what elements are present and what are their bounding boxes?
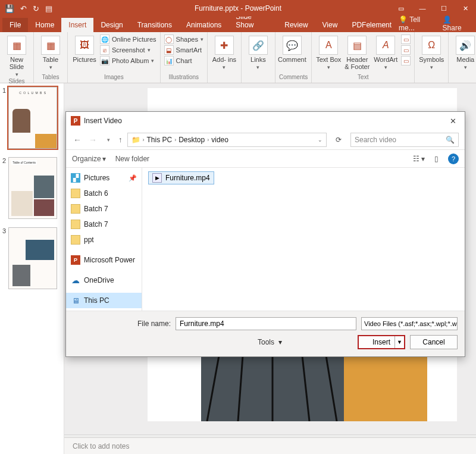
maximize-icon[interactable]: ☐: [433, 0, 455, 17]
title-bar: 💾 ↶ ↻ ▤ Furniture.pptx - PowerPoint ▭ — …: [0, 0, 476, 17]
video-file-icon: ▶: [152, 173, 162, 183]
ribbon-options-icon[interactable]: ▭: [390, 0, 412, 17]
window-title: Furniture.pptx - PowerPoint: [195, 4, 281, 12]
search-input[interactable]: Search video 🔍: [350, 133, 459, 147]
header-footer-button[interactable]: ▤Header & Footer: [344, 35, 370, 70]
tools-button[interactable]: Tools ▾: [73, 338, 282, 346]
help-icon[interactable]: ?: [448, 154, 459, 164]
sidebar-item-ppt[interactable]: ppt: [66, 232, 142, 248]
group-symbols: ΩSymbols: [415, 32, 449, 83]
minimize-icon[interactable]: —: [412, 0, 433, 17]
dialog-nav: ← → ▾ ↑ 📁 › This PC› Desktop› video ⌄ ⟳ …: [66, 130, 465, 150]
save-icon[interactable]: 💾: [5, 4, 14, 13]
pin-icon: 📌: [129, 174, 137, 182]
filename-label: File name:: [73, 320, 171, 328]
group-slides: ▦New Slide Slides: [0, 32, 34, 83]
notes-pane[interactable]: Click to add notes: [64, 437, 476, 454]
slide-image: [201, 356, 344, 421]
tab-view[interactable]: View: [315, 18, 345, 32]
tab-insert[interactable]: Insert: [61, 18, 93, 32]
group-comments: 💬Comment Comments: [275, 32, 312, 83]
organize-button[interactable]: Organize ▾: [72, 155, 106, 163]
refresh-icon[interactable]: ⟳: [331, 133, 346, 147]
sidebar-item-batch6[interactable]: Batch 6: [66, 186, 142, 201]
window-controls: ▭ — ☐ ✕: [390, 0, 476, 17]
dialog-titlebar: P Insert Video ✕: [66, 112, 465, 130]
cancel-button[interactable]: Cancel: [410, 335, 458, 349]
powerpoint-icon: P: [71, 116, 80, 126]
slide-orange-block: [344, 356, 427, 421]
table-button[interactable]: ▦Table: [37, 35, 64, 70]
shapes-button[interactable]: ◯Shapes: [164, 35, 203, 44]
sidebar-item-pictures[interactable]: ▞Pictures📌: [66, 170, 142, 186]
ribbon: ▦New Slide Slides ▦Table Tables 🖼Picture…: [0, 32, 476, 83]
search-icon: 🔍: [446, 136, 455, 144]
nav-up-icon[interactable]: ↑: [118, 135, 123, 144]
group-links: 🔗Links: [242, 32, 275, 83]
tab-transitions[interactable]: Transitions: [130, 18, 179, 32]
svg-line-1: [238, 356, 243, 421]
address-bar[interactable]: 📁 › This PC› Desktop› video ⌄: [127, 133, 327, 147]
filename-input[interactable]: [176, 317, 356, 330]
dialog-bottom: File name: Video Files (*.asf;*.asx;*.wp…: [66, 311, 465, 356]
preview-pane-icon[interactable]: ▯: [434, 155, 439, 163]
tab-review[interactable]: Review: [277, 18, 315, 32]
group-images: 🖼Pictures 🌐Online Pictures ⎚Screenshot 📷…: [68, 32, 161, 83]
group-media: 🔊Media: [449, 32, 476, 83]
group-text: AText Box ▤Header & Footer AWordArt ▭ ▭ …: [312, 32, 415, 83]
pictures-button[interactable]: 🖼Pictures: [71, 35, 98, 65]
addins-button[interactable]: ✚Add- ins: [211, 35, 237, 70]
tab-home[interactable]: Home: [28, 18, 61, 32]
insert-video-dialog: P Insert Video ✕ ← → ▾ ↑ 📁 › This PC› De…: [65, 111, 465, 357]
media-button[interactable]: 🔊Media: [452, 35, 476, 70]
sidebar-item-thispc[interactable]: 🖥This PC: [66, 293, 142, 308]
slide-thumb-3[interactable]: 3: [2, 227, 61, 289]
sidebar-item-batch7b[interactable]: Batch 7: [66, 217, 142, 232]
undo-icon[interactable]: ↶: [20, 4, 27, 13]
share-button[interactable]: 👤 Share: [443, 15, 471, 32]
textbox-button[interactable]: AText Box: [315, 35, 342, 70]
text-extra-3[interactable]: ▭: [401, 56, 411, 65]
online-pictures-button[interactable]: 🌐Online Pictures: [100, 35, 156, 44]
insert-button[interactable]: Insert▼: [358, 335, 405, 349]
new-slide-button[interactable]: ▦New Slide: [4, 35, 30, 77]
close-icon[interactable]: ✕: [455, 0, 476, 17]
group-illustrations: ◯Shapes ⬓SmartArt 📊Chart Illustrations: [161, 32, 208, 83]
tell-me[interactable]: 💡 Tell me...: [399, 15, 437, 32]
tab-file[interactable]: File: [2, 18, 28, 32]
slide-thumb-1[interactable]: 1 C O L U M B S: [2, 87, 61, 149]
text-extra-2[interactable]: ▭: [401, 45, 411, 55]
sidebar-item-batch7a[interactable]: Batch 7: [66, 201, 142, 217]
links-button[interactable]: 🔗Links: [245, 35, 271, 70]
sidebar-item-powerpoint[interactable]: PMicrosoft Power: [66, 252, 142, 268]
start-slideshow-icon[interactable]: ▤: [45, 4, 52, 13]
tab-design[interactable]: Design: [93, 18, 130, 32]
insert-dropdown-icon[interactable]: ▼: [394, 336, 404, 348]
smartart-button[interactable]: ⬓SmartArt: [164, 45, 203, 55]
new-folder-button[interactable]: New folder: [115, 155, 149, 163]
sidebar-item-onedrive[interactable]: ☁OneDrive: [66, 273, 142, 288]
text-extra-1[interactable]: ▭: [401, 35, 411, 44]
file-item-furniture[interactable]: ▶ Furniture.mp4: [148, 171, 214, 184]
slide-thumb-2[interactable]: 2 Table of Contents: [2, 157, 61, 219]
dialog-title: Insert Video: [84, 117, 122, 125]
photo-album-button[interactable]: 📷Photo Album: [100, 56, 156, 65]
nav-dropdown-icon[interactable]: ▾: [103, 137, 114, 143]
symbols-button[interactable]: ΩSymbols: [418, 35, 444, 70]
tab-animations[interactable]: Animations: [179, 18, 228, 32]
screenshot-button[interactable]: ⎚Screenshot: [100, 45, 156, 55]
wordart-button[interactable]: AWordArt: [372, 35, 399, 70]
view-options-icon[interactable]: ☷ ▾: [413, 155, 425, 163]
group-addins: ✚Add- ins: [208, 32, 242, 83]
chart-button[interactable]: 📊Chart: [164, 56, 203, 65]
redo-icon[interactable]: ↻: [33, 4, 39, 13]
nav-back-icon[interactable]: ←: [72, 135, 83, 145]
file-type-filter[interactable]: Video Files (*.asf;*.asx;*.wpl;*.w⌄: [361, 317, 458, 330]
dialog-sidebar: ▞Pictures📌 Batch 6 Batch 7 Batch 7 ppt P…: [66, 168, 142, 311]
comment-button[interactable]: 💬Comment: [279, 35, 305, 63]
nav-forward-icon[interactable]: →: [87, 135, 98, 145]
tab-pdfelement[interactable]: PDFelement: [345, 18, 399, 32]
file-list[interactable]: ▶ Furniture.mp4: [142, 168, 465, 311]
dialog-body: ▞Pictures📌 Batch 6 Batch 7 Batch 7 ppt P…: [66, 168, 465, 311]
dialog-close-icon[interactable]: ✕: [446, 117, 460, 126]
